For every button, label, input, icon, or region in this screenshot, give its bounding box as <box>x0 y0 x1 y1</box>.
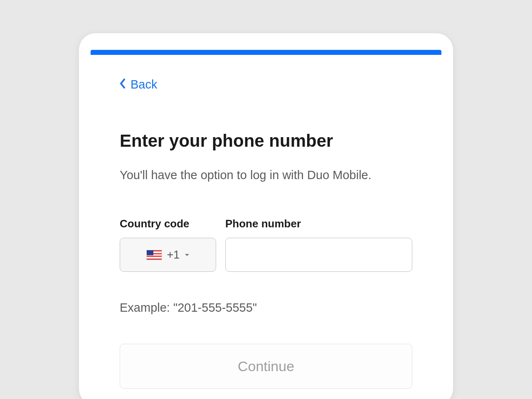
country-code-label: Country code <box>120 217 216 230</box>
phone-number-input[interactable] <box>225 238 412 272</box>
card-content: Back Enter your phone number You'll have… <box>91 55 441 399</box>
chevron-left-icon <box>120 78 126 91</box>
auth-card: Back Enter your phone number You'll have… <box>91 50 441 399</box>
phone-field-row: Country code +1 <box>120 217 412 272</box>
phone-number-group: Phone number <box>225 217 412 272</box>
accent-bar <box>91 50 441 55</box>
caret-down-icon <box>185 251 190 259</box>
dial-code: +1 <box>167 249 180 261</box>
back-button[interactable]: Back <box>120 78 157 91</box>
continue-button[interactable]: Continue <box>120 344 412 389</box>
phone-number-label: Phone number <box>225 217 412 230</box>
us-flag-icon <box>146 250 162 260</box>
country-code-group: Country code +1 <box>120 217 216 272</box>
example-hint: Example: "201-555-5555" <box>120 301 412 315</box>
back-label: Back <box>131 78 157 91</box>
page-title: Enter your phone number <box>120 131 412 151</box>
country-code-select[interactable]: +1 <box>120 238 216 272</box>
page-subtitle: You'll have the option to log in with Du… <box>120 168 412 182</box>
device-frame: Back Enter your phone number You'll have… <box>79 33 453 399</box>
